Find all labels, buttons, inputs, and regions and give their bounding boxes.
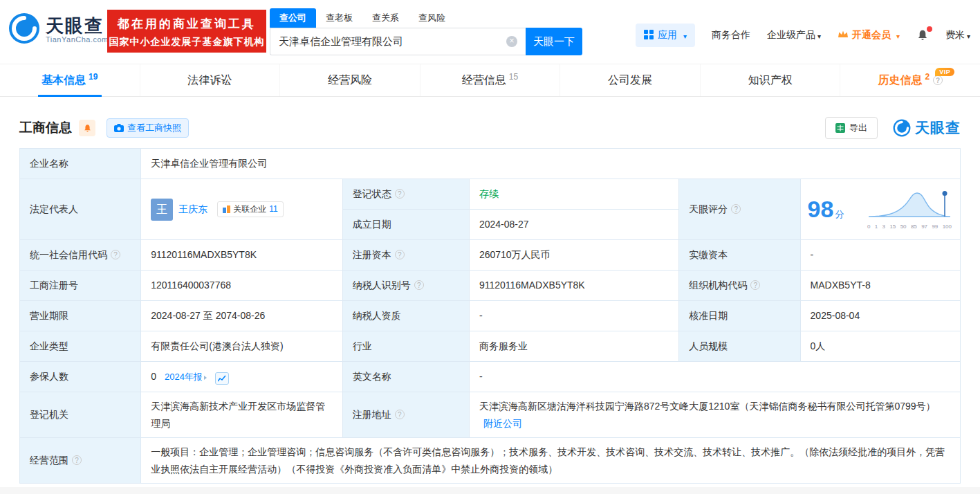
- report-caret-icon: [204, 376, 207, 380]
- field-label-company-name: 企业名称: [20, 149, 141, 179]
- search-area: 查公司 查老板 查关系 查风险 天眼一下: [270, 8, 582, 55]
- field-value-taxpayer-id: 91120116MADXB5YT8K: [469, 271, 678, 301]
- tab-count: 15: [509, 72, 518, 82]
- view-snapshot-button[interactable]: 查看工商快照: [107, 118, 189, 138]
- tianyancha-logo[interactable]: 天眼查 TianYanCha.com: [8, 12, 109, 47]
- apps-grid-icon: [644, 30, 654, 42]
- tab-count: 19: [89, 72, 98, 82]
- brand-name: 天眼查: [46, 16, 109, 36]
- tab-legal-proceedings[interactable]: 法律诉讼: [140, 64, 280, 96]
- search-tab-company[interactable]: 查公司: [270, 8, 316, 28]
- search-tab-relation[interactable]: 查关系: [362, 8, 409, 28]
- field-value-insured-count: 0 2024年报: [141, 362, 342, 392]
- tianyancha-watermark-icon: [893, 119, 911, 137]
- tianyan-score[interactable]: 98分: [808, 189, 844, 230]
- nav-enterprise-products[interactable]: 企业级产品: [767, 29, 821, 42]
- business-info-section-head: 工商信息 查看工商快照 导出 天眼查: [19, 116, 961, 140]
- legal-rep-avatar[interactable]: 王: [151, 199, 173, 221]
- annual-report-link[interactable]: 2024年报: [165, 372, 203, 382]
- promo-banner: 都在用的商业查询工具 国家中小企业发展子基金旗下机构: [107, 10, 266, 53]
- tab-company-development[interactable]: 公司发展: [560, 64, 700, 96]
- nav-open-vip[interactable]: 开通会员: [838, 29, 900, 42]
- business-info-table: 企业名称 天津卓信企业管理有限公司 法定代表人 王 王庆东 关联企业 11 登记…: [19, 148, 961, 484]
- field-label-staff-size: 人员规模: [679, 331, 800, 362]
- brand-domain: TianYanCha.com: [46, 35, 109, 44]
- field-value-tianyan-score: 98分 0131550859799100: [800, 179, 960, 240]
- nav-business-cooperation[interactable]: 商务合作: [712, 29, 750, 42]
- status-badge: 存续: [479, 188, 499, 199]
- nearby-companies-link[interactable]: 附近公司: [483, 418, 522, 429]
- field-value-reg-number: 120116400037768: [141, 271, 342, 301]
- nav-open-vip-label: 开通会员: [852, 29, 891, 42]
- field-label-est-date: 成立日期: [342, 210, 469, 240]
- tab-label: 法律诉讼: [187, 73, 232, 88]
- help-icon[interactable]: [731, 204, 741, 214]
- user-menu[interactable]: 费米: [945, 29, 970, 42]
- field-label-org-code: 组织机构代码: [679, 271, 800, 301]
- field-label-reg-address: 注册地址: [342, 392, 469, 438]
- chevron-down-icon: [815, 30, 821, 41]
- field-label-approval-date: 核准日期: [679, 301, 800, 331]
- promo-line2: 国家中小企业发展子基金旗下机构: [107, 36, 266, 48]
- field-label-taxpayer-id: 纳税人识别号: [342, 271, 469, 301]
- score-unit: 分: [835, 209, 844, 219]
- related-companies-badge[interactable]: 关联企业 11: [217, 201, 283, 217]
- help-icon[interactable]: [750, 280, 760, 290]
- field-value-business-scope: 一般项目：企业管理；企业管理咨询；信息咨询服务（不含许可类信息咨询服务）；技术服…: [141, 438, 961, 484]
- search-tab-boss[interactable]: 查老板: [316, 8, 362, 28]
- related-companies-count: 11: [269, 203, 277, 215]
- chevron-down-icon: [965, 30, 970, 41]
- help-icon[interactable]: [414, 280, 424, 290]
- search-tab-risk[interactable]: 查风险: [409, 8, 455, 28]
- help-icon[interactable]: [111, 250, 120, 259]
- camera-icon: [114, 124, 124, 132]
- tab-label: 公司发展: [608, 73, 652, 88]
- tab-operation-info[interactable]: 经营信息 15: [420, 64, 560, 96]
- help-icon[interactable]: [395, 250, 405, 259]
- help-icon[interactable]: [72, 455, 82, 465]
- subscribe-bell-icon[interactable]: [79, 120, 95, 136]
- chevron-down-icon: [894, 30, 900, 41]
- apps-menu[interactable]: 应用: [636, 24, 695, 47]
- apps-menu-label: 应用: [658, 29, 677, 42]
- score-distribution-chart[interactable]: 0131550859799100: [867, 189, 953, 230]
- top-header: 天眼查 TianYanCha.com 都在用的商业查询工具 国家中小企业发展子基…: [0, 0, 980, 64]
- tab-label: 知识产权: [748, 73, 793, 88]
- tab-label: 经营信息: [462, 73, 506, 88]
- field-label-business-term: 营业期限: [20, 301, 141, 331]
- search-input[interactable]: [270, 28, 526, 55]
- field-value-approval-date: 2025-08-04: [800, 301, 960, 331]
- tab-operation-risk[interactable]: 经营风险: [279, 64, 420, 96]
- export-button[interactable]: 导出: [825, 117, 878, 139]
- related-companies-icon: [223, 205, 230, 213]
- tab-history-info[interactable]: 历史信息 2 VIP: [840, 64, 980, 96]
- tab-basic-info[interactable]: 基本信息 19: [0, 64, 140, 96]
- notification-badge: [927, 26, 932, 32]
- crown-icon: [838, 30, 849, 41]
- field-value-reg-authority: 天津滨海高新技术产业开发区市场监督管理局: [141, 392, 342, 438]
- page-bottom-strip: [0, 487, 980, 494]
- notifications-bell[interactable]: [916, 29, 929, 42]
- nav-enterprise-products-label: 企业级产品: [767, 29, 815, 42]
- field-label-taxpayer-qualification: 纳税人资质: [342, 301, 469, 331]
- field-value-legal-rep: 王 王庆东 关联企业 11: [141, 179, 342, 240]
- field-value-taxpayer-qualification: -: [469, 301, 678, 331]
- vip-badge: VIP: [935, 68, 954, 76]
- tab-intellectual-property[interactable]: 知识产权: [700, 64, 840, 96]
- tab-label: 经营风险: [328, 73, 372, 88]
- field-value-company-name: 天津卓信企业管理有限公司: [141, 149, 961, 179]
- field-label-reg-capital: 注册资本: [342, 240, 469, 271]
- search-box: 天眼一下: [270, 28, 582, 55]
- help-icon[interactable]: [395, 410, 405, 419]
- insured-trend-chart-icon[interactable]: [215, 372, 229, 385]
- field-label-paid-capital: 实缴资本: [679, 240, 800, 271]
- help-icon[interactable]: [933, 75, 943, 85]
- field-value-business-term: 2024-08-27 至 2074-08-26: [141, 301, 342, 331]
- clear-input-icon[interactable]: [506, 36, 517, 47]
- field-value-est-date: 2024-08-27: [469, 210, 678, 240]
- search-button[interactable]: 天眼一下: [526, 28, 582, 55]
- help-icon[interactable]: [395, 189, 405, 199]
- excel-export-icon: [835, 123, 845, 133]
- tab-count: 2: [925, 72, 930, 82]
- legal-rep-name-link[interactable]: 王庆东: [178, 201, 207, 218]
